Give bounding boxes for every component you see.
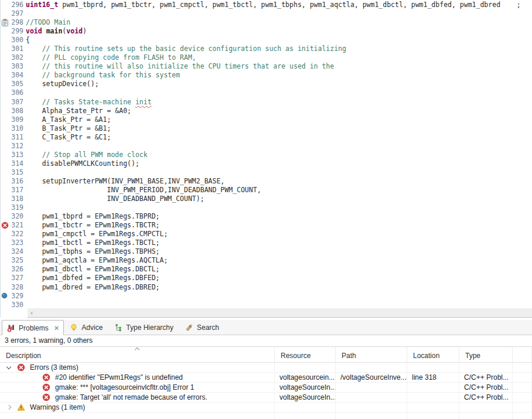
code-line[interactable]: 313 // Stop all PWM mode clock (1, 151, 532, 159)
column-header-resource[interactable]: Resource (275, 347, 336, 362)
code-line[interactable]: 302 // PLL copying code from FLASH to RA… (1, 53, 532, 62)
problems-table: Errors (3 items) #20 identifier "EPwm1Re… (0, 363, 532, 419)
row-type: C/C++ Probl... (459, 373, 513, 382)
code-token: init (135, 98, 152, 106)
line-number: 310 (9, 124, 23, 133)
line-number: 300 (9, 36, 23, 45)
code-token: Alpha_State_Ptr = &A0; (26, 107, 131, 115)
code-line[interactable]: 311 C_Task_Ptr = &C1; (1, 133, 532, 142)
code-line[interactable]: 329 (1, 292, 532, 301)
code-line[interactable]: 327 pwm1_dbfed = EPwm1Regs.DBFED; (1, 274, 532, 282)
code-line[interactable]: 317 INV_PWM_PERIOD,INV_DEADBAND_PWM_COUN… (1, 186, 532, 195)
close-icon[interactable]: × (54, 324, 59, 332)
code-token: B_Task_Ptr = &B1; (26, 124, 111, 132)
gutter-annotation (1, 186, 9, 195)
error-icon (17, 363, 25, 372)
code-line[interactable]: 323 pwm1_tbctl = EPwm1Regs.TBCTL; (1, 239, 532, 247)
gutter-annotation (1, 142, 9, 151)
code-text: setupInverterPWM(INV_PWM1_BASE,INV_PWM2_… (26, 177, 224, 186)
line-number: 328 (9, 283, 23, 292)
table-row[interactable]: Errors (3 items) (0, 363, 532, 373)
code-line[interactable]: 322 pwm1_cmpctl = EPwm1Regs.CMPCTL; (1, 230, 532, 239)
code-line[interactable]: 320 pwm1_tbprd = EPwm1Regs.TBPRD; (1, 212, 532, 221)
code-line[interactable]: 305 setupDevice(); (1, 80, 532, 88)
line-number: 304 (9, 71, 23, 80)
code-token: // PLL copying code from FLASH to RAM, (26, 53, 196, 62)
row-location (407, 363, 459, 372)
code-text: pwm1_tbctr = EPwm1Regs.TBCTR; (26, 221, 159, 230)
line-number: 314 (9, 159, 23, 168)
code-line[interactable]: 315 (1, 168, 532, 177)
code-line[interactable]: 308 Alpha_State_Ptr = &A0; (1, 107, 532, 115)
row-resource (275, 363, 336, 372)
code-line[interactable]: 299void main(void) (1, 27, 532, 36)
code-line[interactable]: 309 A_Task_Ptr = &A1; (1, 115, 532, 124)
table-row[interactable]: Warnings (1 item) (0, 403, 532, 413)
breakpoint-icon[interactable] (1, 292, 9, 301)
code-line[interactable]: 314 disablePWMCLKCounting(); (1, 159, 532, 168)
gutter-annotation (1, 230, 9, 239)
scroll-left-icon[interactable]: ‹ (28, 309, 33, 317)
column-header-type[interactable]: Type (459, 347, 513, 362)
task-icon[interactable] (1, 18, 9, 27)
line-number: 316 (9, 177, 23, 186)
code-line[interactable]: 326 pwm1_dbctl = EPwm1Regs.DBCTL; (1, 265, 532, 274)
code-line[interactable]: 321 pwm1_tbctr = EPwm1Regs.TBCTR; (1, 221, 532, 230)
code-token: // this routine will also initialize the… (26, 62, 334, 70)
code-text-area[interactable]: 296uint16_t pwm1_tbprd, pwm1_tbctr, pwm1… (1, 1, 532, 309)
code-line[interactable]: 324 pwm1_tbphs = EPwm1Regs.TBPHS; (1, 247, 532, 256)
code-line[interactable]: 318 INV_DEADBAND_PWM_COUNT); (1, 195, 532, 203)
error-icon[interactable] (1, 221, 9, 230)
tab-problems[interactable]: Problems × (2, 320, 64, 335)
code-token: // Tasks State-machine (26, 98, 135, 106)
code-token: void (26, 27, 42, 35)
row-description: #20 identifier "EPwm1Regs" is undefined (55, 373, 183, 381)
gutter-annotation (1, 71, 9, 80)
code-line[interactable]: 304 // background task for this system (1, 71, 532, 80)
table-row[interactable]: #20 identifier "EPwm1Regs" is undefined … (0, 373, 532, 383)
code-line[interactable]: 306 (1, 88, 532, 97)
code-line[interactable]: 298//TODO Main (1, 18, 532, 27)
code-text: // PLL copying code from FLASH to RAM, (26, 53, 196, 62)
row-path (336, 363, 407, 372)
code-line[interactable]: 307 // Tasks State-machine init (1, 98, 532, 107)
code-line[interactable]: 328 pwm1_dbred = EPwm1Regs.DBRED; (1, 283, 532, 292)
tab-search[interactable]: Search (179, 320, 225, 335)
chevron-right-icon[interactable] (6, 405, 11, 410)
tab-advice[interactable]: Advice (64, 320, 108, 335)
line-number: 312 (9, 142, 23, 151)
column-header-path[interactable]: Path (336, 347, 407, 362)
gutter-annotation (1, 177, 9, 186)
gutter-annotation (1, 159, 9, 168)
code-text: disablePWMCLKCounting(); (26, 159, 139, 168)
row-filler (513, 393, 532, 402)
line-number: 308 (9, 107, 23, 115)
code-line[interactable]: 312 (1, 142, 532, 151)
column-header-location[interactable]: Location (407, 347, 459, 362)
row-type (459, 363, 513, 372)
code-line[interactable]: 296uint16_t pwm1_tbprd, pwm1_tbctr, pwm1… (1, 1, 532, 9)
line-number: 297 (9, 9, 23, 18)
table-row[interactable]: gmake: Target 'all' not remade because o… (0, 393, 532, 403)
line-number: 319 (9, 203, 23, 212)
horizontal-scrollbar[interactable]: ‹ (28, 308, 532, 318)
code-line[interactable]: 297 (1, 9, 532, 18)
code-editor[interactable]: 296uint16_t pwm1_tbprd, pwm1_tbctr, pwm1… (0, 0, 532, 318)
chevron-down-icon[interactable] (6, 364, 11, 369)
tab-type-hierarchy[interactable]: Type Hierarchy (108, 320, 179, 335)
code-line[interactable]: 303 // this routine will also initialize… (1, 62, 532, 71)
code-text: C_Task_Ptr = &C1; (26, 133, 111, 142)
table-row[interactable]: gmake: *** [voltagesourceinvlcfltr.obj] … (0, 383, 532, 393)
code-text: pwm1_aqctla = EPwm1Regs.AQCTLA; (26, 256, 168, 265)
code-line[interactable]: 310 B_Task_Ptr = &B1; (1, 124, 532, 133)
code-line[interactable]: 300{ (1, 36, 532, 45)
code-token: pwm1_cmpctl = EPwm1Regs.CMPCTL; (26, 230, 168, 238)
column-header-description[interactable]: Description (0, 347, 275, 362)
code-line[interactable]: 319 (1, 203, 532, 212)
code-line[interactable]: 325 pwm1_aqctla = EPwm1Regs.AQCTLA; (1, 256, 532, 265)
code-line[interactable]: 301 // This routine sets up the basic de… (1, 45, 532, 53)
code-text: pwm1_dbfed = EPwm1Regs.DBFED; (26, 274, 159, 282)
line-number: 307 (9, 98, 23, 107)
code-line[interactable]: 316 setupInverterPWM(INV_PWM1_BASE,INV_P… (1, 177, 532, 186)
problems-summary: 3 errors, 1 warning, 0 others (0, 335, 532, 347)
